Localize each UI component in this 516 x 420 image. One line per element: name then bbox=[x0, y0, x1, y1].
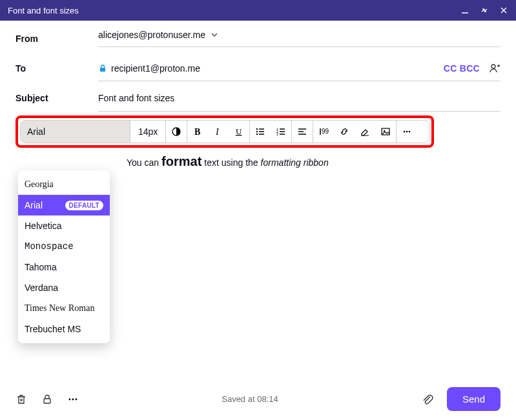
font-option-trebuchet-ms[interactable]: Trebuchet MS bbox=[18, 319, 110, 339]
svg-point-33 bbox=[409, 131, 411, 133]
more-button[interactable] bbox=[397, 121, 417, 143]
to-row: To recipient1@proton.me CC BCC bbox=[15, 54, 501, 83]
restore-icon[interactable] bbox=[480, 6, 489, 15]
save-status: Saved at 08:14 bbox=[222, 394, 278, 404]
titlebar: Font and font sizes bbox=[0, 0, 516, 21]
email-body[interactable]: You can format text using the formatting… bbox=[127, 154, 501, 169]
svg-text:99: 99 bbox=[322, 128, 329, 135]
svg-text:I: I bbox=[215, 127, 220, 137]
font-option-times-new-roman[interactable]: Times New Roman bbox=[18, 298, 110, 319]
from-row: From alicejones@protonuser.me bbox=[15, 21, 501, 54]
bold-button[interactable]: B bbox=[187, 121, 208, 143]
italic-button[interactable]: I bbox=[208, 121, 229, 143]
lock-icon bbox=[98, 64, 107, 73]
footer: Saved at 08:14 Send bbox=[0, 378, 516, 420]
svg-point-13 bbox=[256, 134, 258, 135]
formatting-toolbar: Arial 14px B I U 123 99 bbox=[20, 120, 429, 143]
send-button[interactable]: Send bbox=[447, 387, 501, 411]
svg-point-4 bbox=[491, 65, 495, 68]
from-label: From bbox=[15, 34, 98, 44]
svg-point-37 bbox=[76, 398, 77, 400]
from-value: alicejones@protonuser.me bbox=[98, 30, 205, 40]
chevron-down-icon bbox=[211, 31, 218, 39]
to-value[interactable]: recipient1@proton.me bbox=[111, 63, 444, 74]
close-icon[interactable] bbox=[499, 6, 508, 15]
quote-button[interactable]: 99 bbox=[313, 121, 334, 143]
attachment-icon[interactable] bbox=[421, 393, 434, 406]
align-button[interactable] bbox=[292, 121, 313, 143]
font-dropdown: GeorgiaArialDEFAULTHelveticaMonospaceTah… bbox=[18, 170, 110, 343]
numbered-list-button[interactable]: 123 bbox=[271, 121, 291, 143]
default-badge: DEFAULT bbox=[65, 201, 103, 210]
toolbar-highlight: Arial 14px B I U 123 99 bbox=[15, 115, 434, 148]
font-option-monospace[interactable]: Monospace bbox=[18, 236, 110, 257]
subject-row: Subject Font and font sizes bbox=[15, 83, 501, 113]
clear-format-button[interactable] bbox=[355, 121, 375, 143]
svg-rect-3 bbox=[100, 68, 105, 72]
font-option-helvetica[interactable]: Helvetica bbox=[18, 215, 110, 236]
font-option-tahoma[interactable]: Tahoma bbox=[18, 257, 110, 277]
window-title: Font and font sizes bbox=[8, 6, 79, 15]
subject-label: Subject bbox=[15, 93, 98, 103]
more-options-icon[interactable] bbox=[67, 394, 79, 405]
svg-text:U: U bbox=[236, 126, 242, 136]
svg-rect-34 bbox=[44, 399, 50, 403]
encryption-icon[interactable] bbox=[41, 394, 53, 405]
font-option-verdana[interactable]: Verdana bbox=[18, 277, 110, 298]
svg-point-11 bbox=[256, 128, 258, 130]
contacts-icon[interactable] bbox=[489, 63, 501, 74]
insert-image-button[interactable] bbox=[375, 121, 396, 143]
font-size-select[interactable]: 14px bbox=[130, 121, 166, 143]
font-option-georgia[interactable]: Georgia bbox=[18, 174, 110, 195]
svg-point-12 bbox=[256, 131, 258, 132]
svg-point-32 bbox=[406, 131, 408, 133]
color-button[interactable] bbox=[166, 121, 187, 143]
svg-point-35 bbox=[69, 398, 71, 400]
minimize-icon[interactable] bbox=[460, 6, 470, 15]
font-family-select[interactable]: Arial bbox=[21, 121, 130, 143]
from-selector[interactable]: alicejones@protonuser.me bbox=[98, 30, 218, 40]
link-button[interactable] bbox=[334, 121, 355, 143]
svg-point-36 bbox=[72, 398, 74, 400]
underline-button[interactable]: U bbox=[229, 121, 249, 143]
svg-text:B: B bbox=[194, 127, 200, 137]
to-label: To bbox=[15, 63, 98, 74]
svg-text:3: 3 bbox=[276, 132, 278, 136]
font-option-arial[interactable]: ArialDEFAULT bbox=[18, 195, 110, 215]
trash-icon[interactable] bbox=[15, 394, 27, 405]
cc-bcc-toggle[interactable]: CC BCC bbox=[444, 63, 480, 74]
subject-value[interactable]: Font and font sizes bbox=[98, 93, 174, 103]
svg-point-31 bbox=[404, 131, 406, 133]
bullet-list-button[interactable] bbox=[250, 121, 271, 143]
